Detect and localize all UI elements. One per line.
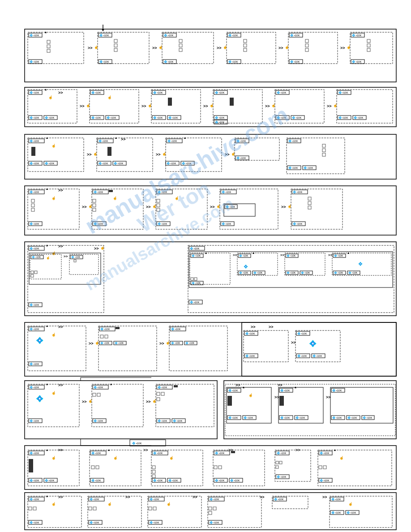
svg-text:💠 •10K: 💠 •10K xyxy=(100,341,110,345)
svg-text:💠 •10K: 💠 •10K xyxy=(332,416,342,420)
svg-rect-491 xyxy=(89,497,104,501)
svg-rect-411 xyxy=(25,446,396,489)
svg-rect-135 xyxy=(97,138,153,172)
svg-text:>>: >> xyxy=(58,325,63,329)
svg-text:💠 •10K: 💠 •10K xyxy=(99,34,109,37)
svg-rect-224 xyxy=(292,222,305,226)
svg-text:💠 •10K: 💠 •10K xyxy=(352,60,361,64)
svg-rect-357 xyxy=(97,393,100,396)
svg-text:💠 •10K: 💠 •10K xyxy=(293,222,302,226)
svg-text:☝: ☝ xyxy=(287,204,292,208)
svg-text:💠 •10K: 💠 •10K xyxy=(150,521,159,524)
svg-rect-54 xyxy=(350,32,393,64)
svg-text:💠 •10K: 💠 •10K xyxy=(168,116,178,120)
svg-rect-193 xyxy=(93,222,106,226)
svg-text:💠 •10K: 💠 •10K xyxy=(94,222,103,226)
svg-text:>>: >> xyxy=(295,448,300,452)
svg-rect-403 xyxy=(347,416,360,420)
svg-text:☝: ☝ xyxy=(107,502,112,506)
svg-rect-393 xyxy=(279,416,293,420)
svg-text:💠 •10K: 💠 •10K xyxy=(280,389,290,392)
svg-text:💠 •10K: 💠 •10K xyxy=(288,166,298,170)
svg-text:☝: ☝ xyxy=(347,45,351,49)
svg-text:💠 •10K: 💠 •10K xyxy=(94,190,103,194)
svg-text:💠 •10K: 💠 •10K xyxy=(320,451,329,455)
svg-rect-117 xyxy=(338,116,351,120)
svg-rect-362 xyxy=(156,384,214,427)
svg-rect-8 xyxy=(47,45,50,48)
svg-rect-181 xyxy=(29,222,42,226)
svg-rect-245 xyxy=(74,260,76,262)
svg-rect-131 xyxy=(44,161,57,165)
svg-rect-249 xyxy=(189,246,205,250)
svg-rect-329 xyxy=(244,354,258,358)
svg-rect-377 xyxy=(227,387,271,423)
svg-text:💠: 💠 xyxy=(309,340,317,348)
svg-text:💠 •10K: 💠 •10K xyxy=(94,419,103,423)
svg-rect-253 xyxy=(189,252,393,287)
svg-rect-367 xyxy=(161,392,164,395)
svg-text:☝: ☝ xyxy=(93,151,98,156)
svg-rect-20 xyxy=(98,60,112,64)
svg-rect-268 xyxy=(238,271,251,275)
svg-rect-487 xyxy=(33,507,36,510)
svg-text:☝: ☝ xyxy=(100,245,105,250)
svg-rect-85 xyxy=(151,90,201,123)
svg-marker-391 xyxy=(295,386,296,388)
svg-rect-49 xyxy=(305,48,308,51)
svg-text:💠 •10K: 💠 •10K xyxy=(292,116,301,120)
svg-text:💠 •10K: 💠 •10K xyxy=(90,521,99,524)
svg-text:💠 •10K: 💠 •10K xyxy=(171,341,180,345)
svg-text:☝: ☝ xyxy=(333,103,338,107)
svg-rect-336 xyxy=(296,354,310,358)
svg-text:💠 •10K: 💠 •10K xyxy=(91,479,101,482)
svg-text:💠 •10K: 💠 •10K xyxy=(30,386,39,389)
svg-text:>>: >> xyxy=(121,137,126,142)
svg-text:💠 •10K: 💠 •10K xyxy=(30,479,39,482)
svg-text:💠 •10K: 💠 •10K xyxy=(348,271,358,275)
svg-marker-421 xyxy=(46,449,48,451)
svg-text:☝: ☝ xyxy=(248,393,253,397)
svg-text:>>: >> xyxy=(58,90,63,95)
svg-rect-441 xyxy=(152,466,155,469)
svg-marker-257 xyxy=(205,252,207,254)
svg-text:>>: >> xyxy=(64,254,68,258)
svg-rect-165 xyxy=(322,149,325,152)
svg-rect-307 xyxy=(116,327,120,329)
svg-text:💠 •10K: 💠 •10K xyxy=(290,34,300,37)
svg-text:☝: ☝ xyxy=(95,340,99,345)
svg-rect-495 xyxy=(93,507,96,510)
svg-text:💠 •10K: 💠 •10K xyxy=(228,416,238,420)
svg-rect-270 xyxy=(253,271,265,275)
svg-rect-34 xyxy=(227,32,276,64)
svg-marker-176 xyxy=(46,188,48,190)
svg-rect-401 xyxy=(331,416,345,420)
svg-text:☝: ☝ xyxy=(51,332,56,337)
svg-rect-197 xyxy=(156,189,207,229)
svg-rect-449 xyxy=(214,451,230,455)
svg-rect-24 xyxy=(162,32,214,64)
svg-rect-201 xyxy=(157,199,160,202)
svg-rect-248 xyxy=(188,245,394,313)
svg-text:>>: >> xyxy=(210,205,215,209)
svg-text:💠 •10K: 💠 •10K xyxy=(45,116,54,120)
svg-text:☝: ☝ xyxy=(51,390,56,395)
svg-marker-284 xyxy=(347,252,349,254)
svg-rect-238 xyxy=(31,271,34,274)
svg-rect-418 xyxy=(28,450,79,486)
svg-rect-40 xyxy=(227,60,241,64)
svg-rect-419 xyxy=(29,451,44,455)
svg-rect-98 xyxy=(230,98,234,106)
svg-rect-453 xyxy=(218,466,222,469)
svg-rect-18 xyxy=(114,44,117,47)
svg-rect-173 xyxy=(28,189,79,229)
svg-text:>>: >> xyxy=(327,104,332,108)
svg-rect-228 xyxy=(28,245,104,313)
svg-rect-442 xyxy=(152,470,155,473)
svg-rect-37 xyxy=(244,39,247,43)
svg-rect-30 xyxy=(163,60,176,64)
svg-marker-431 xyxy=(108,449,110,451)
svg-rect-186 xyxy=(93,190,108,194)
svg-text:💠 •10K: 💠 •10K xyxy=(215,116,224,120)
svg-text:💠 •10K: 💠 •10K xyxy=(158,222,167,226)
